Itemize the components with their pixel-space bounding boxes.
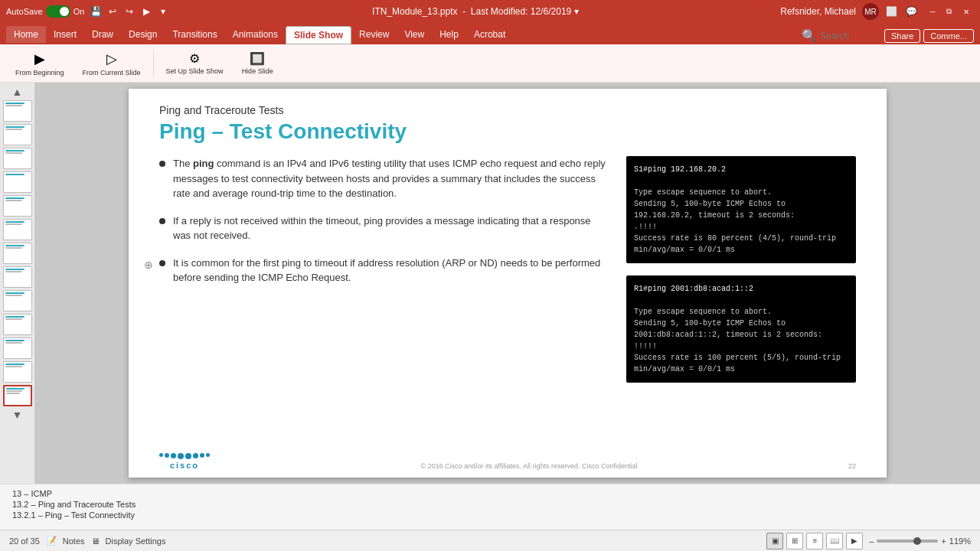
notes-label[interactable]: Notes (63, 536, 85, 546)
tab-home[interactable]: Home (6, 26, 46, 43)
slide-thumb-7[interactable] (3, 243, 32, 264)
display-settings-label[interactable]: Display Settings (106, 536, 166, 546)
ribbon-icon[interactable]: ⬜ (885, 5, 899, 18)
slide-subtitle: Ping and Traceroute Tests (159, 104, 856, 116)
slide-text-col: The ping command is an IPv4 and IPv6 tes… (159, 156, 611, 455)
bullet-item-2: If a reply is not received within the ti… (159, 214, 611, 243)
terminal2-line4: Sending 5, 100-byte ICMP Echos to 2001:d… (634, 318, 848, 341)
title-bar: AutoSave On 💾 ↩ ↪ ▶ ▾ ITN_Module_13.pptx… (0, 0, 980, 23)
slide-thumb-9[interactable] (3, 290, 32, 311)
slide-thumb-2[interactable] (3, 124, 32, 145)
zoom-in-icon[interactable]: + (941, 536, 946, 546)
slide-thumb-5[interactable] (3, 195, 32, 217)
filename: ITN_Module_13.pptx (372, 6, 457, 17)
tab-acrobat[interactable]: Acrobat (466, 26, 513, 43)
comments-button[interactable]: Comme... (923, 29, 974, 43)
slide-images-col: S1#ping 192.168.20.2 Type escape sequenc… (626, 156, 856, 455)
bottom-outline-panel: 13 – ICMP 13.2 – Ping and Traceroute Tes… (0, 484, 980, 530)
autosave-toggle[interactable]: AutoSave On (6, 5, 84, 18)
window-controls: ─ ⧉ ✕ (925, 4, 974, 19)
terminal2-line1: R1#ping 2001:db8:acad:1::2 (634, 283, 848, 295)
hide-icon: 🔲 (250, 51, 265, 66)
bullet-item-1: The ping command is an IPv4 and IPv6 tes… (159, 156, 611, 201)
slide-thumb-13[interactable] (3, 385, 32, 406)
user-name: Refsnider, Michael (780, 6, 856, 17)
save-icon[interactable]: 💾 (89, 5, 103, 18)
status-right: ▣ ⊞ ≡ 📖 ▶ – + 119% (766, 533, 971, 549)
autosave-pill[interactable] (46, 5, 70, 18)
tab-insert[interactable]: Insert (46, 26, 84, 43)
slide-thumb-1[interactable] (3, 100, 32, 122)
comments-icon[interactable]: 💬 (905, 5, 919, 18)
from-current-icon: ▷ (106, 51, 117, 67)
user-avatar[interactable]: MR (862, 3, 879, 20)
dropdown-icon[interactable]: ▾ (574, 6, 579, 17)
zoom-thumb (913, 537, 921, 545)
tab-animations[interactable]: Animations (225, 26, 286, 43)
bullet-dot-2 (159, 218, 165, 224)
redo-icon[interactable]: ↪ (122, 5, 136, 18)
bullet-text-1: The ping command is an IPv4 and IPv6 tes… (173, 156, 611, 201)
outline-item-2[interactable]: 13.2 – Ping and Traceroute Tests (12, 500, 968, 509)
slide-footer: cisco © 2016 Cisco and/or its affiliates… (159, 453, 856, 470)
tab-transitions[interactable]: Transitions (165, 26, 224, 43)
slide-title: Ping – Test Connectivity (159, 119, 856, 144)
tab-design[interactable]: Design (121, 26, 165, 43)
close-button[interactable]: ✕ (959, 4, 974, 19)
slide-thumb-4[interactable] (3, 171, 32, 193)
view-icons: ▣ ⊞ ≡ 📖 ▶ (766, 533, 863, 549)
tab-slideshow[interactable]: Slide Show (286, 26, 351, 44)
share-button[interactable]: Share (884, 29, 920, 43)
autosave-state: On (74, 7, 85, 16)
outline-item-3[interactable]: 13.2.1 – Ping – Test Connectivity (12, 510, 968, 520)
outline-view-icon[interactable]: ≡ (806, 533, 823, 549)
tab-draw[interactable]: Draw (84, 26, 121, 43)
slide-body: The ping command is an IPv4 and IPv6 tes… (159, 156, 856, 455)
minimize-button[interactable]: ─ (925, 4, 940, 19)
scroll-down[interactable]: ▼ (2, 409, 33, 421)
footer-page: 22 (848, 462, 856, 470)
ribbon-group-setup: ⚙ Set Up Slide Show (160, 48, 230, 78)
footer-copyright: © 2016 Cisco and/or its affiliates. All … (420, 462, 637, 470)
terminal1-line2 (634, 175, 848, 187)
terminal2-line2 (634, 295, 848, 306)
zoom-slider[interactable] (877, 540, 938, 543)
presenter-view-icon[interactable]: ▶ (846, 533, 863, 549)
more-icon[interactable]: ▾ (156, 5, 170, 18)
ribbon-group-start: ▶ From Beginning (9, 47, 70, 80)
normal-view-icon[interactable]: ▣ (766, 533, 783, 549)
terminal-box-1: S1#ping 192.168.20.2 Type escape sequenc… (626, 156, 856, 263)
reading-view-icon[interactable]: 📖 (826, 533, 843, 549)
slide-thumb-3[interactable] (3, 148, 32, 169)
undo-icon[interactable]: ↩ (106, 5, 119, 18)
grid-view-icon[interactable]: ⊞ (786, 533, 803, 549)
bullet-text-3: It is common for the first ping to timeo… (173, 256, 611, 285)
slide-thumb-10[interactable] (3, 314, 32, 335)
slides-panel: ▲ (0, 83, 35, 484)
terminal1-line3: Type escape sequence to abort. (634, 187, 848, 198)
autosave-label: AutoSave (6, 7, 43, 16)
zoom-out-icon[interactable]: – (869, 536, 874, 546)
notes-icon: 📝 (46, 536, 57, 546)
present-icon[interactable]: ▶ (139, 5, 153, 18)
tab-view[interactable]: View (397, 26, 432, 43)
zoom-area: – + 119% (869, 536, 971, 546)
scroll-up[interactable]: ▲ (2, 86, 33, 98)
outline-item-1[interactable]: 13 – ICMP (12, 489, 968, 498)
ribbon-group-current: ▷ From Current Slide (77, 47, 147, 80)
slide-count: 20 of 35 (9, 536, 40, 546)
ribbon-tabs: Home Insert Draw Design Transitions Anim… (0, 23, 980, 44)
tab-review[interactable]: Review (351, 26, 397, 43)
tab-help[interactable]: Help (432, 26, 466, 43)
slide-thumb-6[interactable] (3, 219, 32, 240)
slide-thumb-8[interactable] (3, 266, 32, 288)
search-input[interactable] (820, 31, 881, 41)
terminal2-line5: !!!!! (634, 341, 848, 352)
terminal1-line4: Sending 5, 100-byte ICMP Echos to 192.16… (634, 198, 848, 221)
restore-button[interactable]: ⧉ (942, 4, 957, 19)
bullet-item-3: ⊕ It is common for the first ping to tim… (159, 256, 611, 285)
slide-thumb-12[interactable] (3, 361, 32, 383)
file-title: ITN_Module_13.pptx - Last Modified: 12/6… (372, 6, 579, 17)
slide-thumb-11[interactable] (3, 337, 32, 359)
autosave-dot (60, 7, 69, 16)
